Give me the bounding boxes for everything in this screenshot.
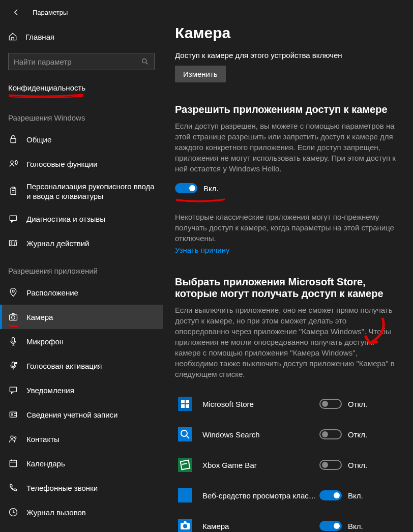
app-name: Xbox Game Bar (202, 461, 319, 469)
nav-voice[interactable]: Голосовые функции (0, 152, 163, 176)
svg-rect-12 (12, 338, 15, 342)
app-toggle[interactable] (319, 399, 342, 409)
account-icon (8, 409, 18, 420)
nav-voice-activation[interactable]: Голосовая активация (0, 353, 163, 378)
svg-point-14 (15, 362, 17, 364)
svg-point-19 (15, 437, 16, 438)
change-button[interactable]: Изменить (175, 66, 226, 82)
location-icon (8, 287, 18, 298)
group-windows-permissions: Разрешения Windows (0, 102, 163, 127)
clipboard-icon (8, 186, 18, 196)
app-icon (175, 394, 195, 414)
nav-notifications[interactable]: Уведомления (0, 378, 163, 402)
app-name: Windows Search (202, 430, 319, 439)
group-app-permissions: Разрешения приложений (0, 255, 163, 280)
learn-more-link[interactable]: Узнать причину (175, 246, 230, 254)
search-placeholder: Найти параметр (14, 57, 72, 66)
privacy-heading: Конфиденциальность (0, 76, 163, 102)
allow-apps-title: Разрешить приложениям доступ к камере (175, 104, 401, 115)
nav-inking[interactable]: Персонализация рукописного ввода и ввода… (0, 176, 163, 206)
app-name: Microsoft Store (202, 400, 319, 408)
call-history-icon (8, 507, 18, 517)
lock-icon (8, 134, 18, 144)
phone-icon (8, 483, 18, 493)
app-toggle[interactable] (319, 521, 342, 531)
app-row: Microsoft Store Откл. (175, 389, 401, 419)
svg-rect-20 (10, 460, 16, 467)
svg-rect-7 (12, 241, 14, 246)
red-underline-annotation (8, 323, 18, 333)
svg-point-18 (11, 436, 13, 438)
app-icon (175, 485, 195, 506)
voice-icon (8, 159, 18, 169)
svg-point-34 (183, 524, 187, 528)
svg-point-11 (12, 316, 15, 319)
app-toggle-state: Откл. (348, 400, 367, 408)
svg-rect-26 (186, 404, 189, 408)
svg-rect-22 (178, 397, 192, 411)
search-icon (141, 57, 149, 66)
camera-icon (8, 312, 18, 322)
svg-rect-29 (178, 458, 192, 472)
svg-point-2 (11, 161, 13, 163)
svg-rect-1 (11, 138, 16, 142)
nav-call-history[interactable]: Журнал вызовов (0, 500, 163, 524)
svg-rect-23 (181, 400, 185, 403)
allow-apps-toggle[interactable] (175, 183, 197, 193)
svg-point-0 (142, 59, 146, 63)
calendar-icon (8, 458, 18, 468)
app-toggle[interactable] (319, 460, 342, 470)
app-toggle-state: Откл. (348, 461, 367, 469)
app-row: Xbox Game Bar Откл. (175, 450, 401, 480)
microphone-icon (8, 336, 18, 346)
app-name: Камера (202, 522, 319, 530)
nav-camera[interactable]: Камера (0, 305, 163, 329)
nav-general[interactable]: Общие (0, 127, 163, 152)
svg-rect-31 (178, 488, 192, 503)
app-toggle[interactable] (319, 429, 342, 439)
svg-rect-15 (10, 387, 16, 392)
svg-point-17 (11, 413, 13, 415)
allow-apps-desc: Если доступ разрешен, вы можете с помощь… (175, 121, 401, 174)
red-underline-annotation (175, 197, 226, 203)
nav-calendar[interactable]: Календарь (0, 451, 163, 476)
classic-apps-note: Некоторые классические приложения могут … (175, 212, 401, 244)
store-apps-title: Выбрать приложения Microsoft Store, кото… (175, 276, 401, 300)
nav-microphone[interactable]: Микрофон (0, 329, 163, 353)
svg-rect-24 (186, 400, 189, 403)
nav-home[interactable]: Главная (0, 24, 163, 49)
app-row: Windows Search Откл. (175, 419, 401, 450)
back-button[interactable] (8, 4, 24, 20)
home-icon (8, 32, 17, 41)
notifications-icon (8, 385, 18, 395)
history-icon (8, 238, 18, 248)
svg-rect-13 (12, 362, 15, 367)
app-icon (175, 424, 195, 445)
nav-location[interactable]: Расположение (0, 280, 163, 305)
window-title: Параметры (33, 9, 68, 16)
nav-contacts[interactable]: Контакты (0, 427, 163, 451)
nav-account-info[interactable]: Сведения учетной записи (0, 402, 163, 427)
page-title: Камера (175, 24, 401, 42)
nav-history[interactable]: Журнал действий (0, 231, 163, 255)
feedback-icon (8, 214, 18, 224)
store-apps-desc: Если выключить приложение, оно не сможет… (175, 305, 401, 379)
search-input[interactable]: Найти параметр (8, 53, 155, 70)
app-toggle-state: Вкл. (348, 491, 363, 500)
contacts-icon (8, 434, 18, 444)
svg-point-9 (12, 290, 14, 292)
nav-phone-calls[interactable]: Телефонные звонки (0, 476, 163, 500)
app-toggle-state: Откл. (348, 430, 367, 439)
app-row: Камера Вкл. (175, 511, 401, 532)
svg-rect-6 (10, 241, 11, 246)
nav-diagnostics[interactable]: Диагностика и отзывы (0, 206, 163, 231)
svg-rect-5 (10, 216, 16, 220)
app-row: Веб-средство просмотра классиче… Вкл. (175, 480, 401, 511)
nav-home-label: Главная (25, 33, 54, 41)
app-icon (175, 516, 195, 532)
allow-apps-toggle-state: Вкл. (203, 184, 219, 193)
app-toggle-state: Вкл. (348, 522, 363, 530)
app-toggle[interactable] (319, 490, 342, 500)
app-icon (175, 455, 195, 475)
svg-rect-27 (178, 427, 192, 441)
